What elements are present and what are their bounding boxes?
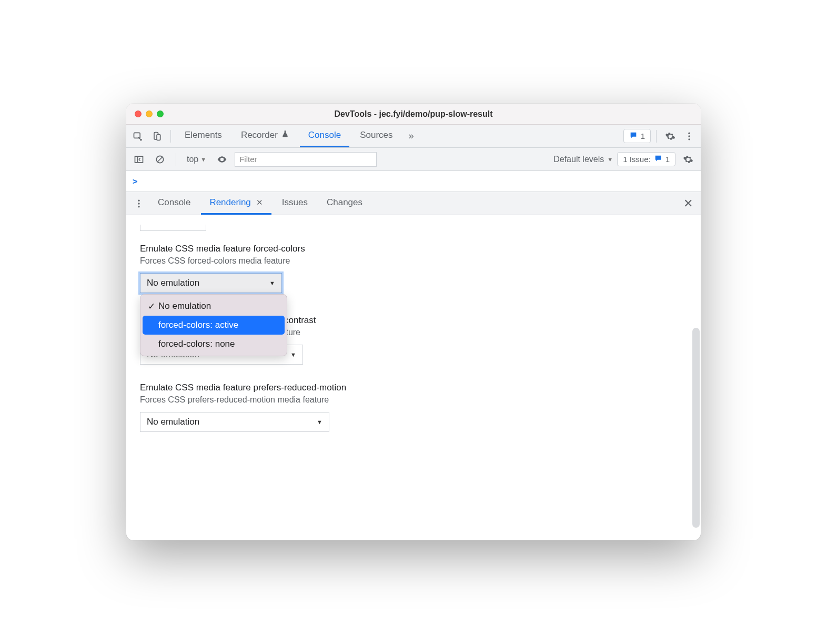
zoom-window-button[interactable]: [157, 110, 164, 117]
svg-point-3: [688, 132, 690, 134]
console-prompt-chevron: >: [133, 176, 138, 186]
window-title: DevTools - jec.fyi/demo/pup-slow-result: [126, 109, 701, 119]
console-settings-gear-icon[interactable]: [680, 151, 697, 168]
drawer-tab-rendering[interactable]: Rendering ✕: [201, 192, 271, 215]
svg-rect-2: [157, 134, 160, 140]
rendering-panel: Emulate CSS media feature forced-colors …: [126, 215, 701, 540]
close-window-button[interactable]: [135, 110, 142, 117]
setting-subtitle: Forces CSS prefers-reduced-motion media …: [140, 395, 687, 405]
previous-select-partial[interactable]: [140, 225, 206, 231]
caret-down-icon: ▼: [317, 419, 322, 425]
devtools-window: DevTools - jec.fyi/demo/pup-slow-result …: [126, 104, 701, 540]
separator: [656, 130, 657, 143]
setting-prefers-reduced-motion: Emulate CSS media feature prefers-reduce…: [140, 383, 687, 432]
drawer-close-icon[interactable]: ✕: [680, 195, 697, 212]
issues-counter-label: 1 Issue:: [623, 155, 651, 164]
tab-elements[interactable]: Elements: [176, 125, 230, 147]
forced-colors-select-value: No emulation: [147, 278, 199, 288]
tab-recorder[interactable]: Recorder: [233, 125, 298, 147]
dropdown-option-forced-colors-none[interactable]: ✓ forced-colors: none: [143, 335, 285, 354]
console-prompt-row[interactable]: >: [126, 171, 701, 192]
svg-point-8: [138, 199, 139, 201]
separator: [176, 153, 176, 166]
prefers-reduced-motion-select[interactable]: No emulation ▼: [140, 412, 329, 432]
devtools-main-toolbar: Elements Recorder Console Sources » 1: [126, 125, 701, 148]
drawer-tab-issues-label: Issues: [282, 197, 308, 208]
kebab-menu-icon[interactable]: [681, 128, 698, 145]
drawer-tab-changes-label: Changes: [327, 197, 362, 208]
tab-sources-label: Sources: [360, 130, 392, 140]
dropdown-option-label: forced-colors: none: [158, 339, 235, 349]
log-levels-dropdown[interactable]: Default levels ▼: [553, 155, 613, 164]
traffic-lights: [126, 110, 164, 117]
dropdown-option-forced-colors-active[interactable]: ✓ forced-colors: active: [143, 316, 285, 335]
prefers-reduced-motion-select-value: No emulation: [147, 417, 199, 427]
drawer-tab-issues[interactable]: Issues: [274, 192, 316, 215]
speech-bubble-icon: [629, 131, 638, 141]
context-selector[interactable]: top ▼: [184, 154, 209, 165]
tab-recorder-label: Recorder: [241, 130, 278, 140]
forced-colors-select[interactable]: No emulation ▼: [140, 273, 282, 293]
issues-badge[interactable]: 1: [623, 129, 651, 143]
log-levels-label: Default levels: [553, 155, 604, 164]
tab-elements-label: Elements: [185, 130, 222, 140]
settings-gear-icon[interactable]: [662, 128, 679, 145]
forced-colors-dropdown: ✓ No emulation ✓ forced-colors: active ✓…: [140, 294, 287, 356]
issues-counter-count: 1: [665, 155, 670, 164]
separator: [170, 130, 171, 143]
device-toolbar-icon[interactable]: [148, 128, 165, 145]
context-selector-label: top: [187, 155, 198, 164]
console-filter-input[interactable]: [235, 152, 377, 167]
scrollbar-thumb[interactable]: [692, 328, 700, 528]
drawer-panel-wrap: Emulate CSS media feature forced-colors …: [126, 215, 701, 540]
svg-point-9: [138, 203, 139, 204]
caret-down-icon: ▼: [290, 351, 296, 358]
speech-bubble-icon: [654, 154, 662, 164]
tab-sources[interactable]: Sources: [351, 125, 401, 147]
caret-down-icon: ▼: [607, 156, 613, 163]
console-sidebar-toggle-icon[interactable]: [130, 151, 147, 168]
setting-title: Emulate CSS media feature forced-colors: [140, 244, 687, 254]
setting-subtitle: Forces CSS forced-colors media feature: [140, 256, 687, 266]
caret-down-icon: ▼: [200, 156, 206, 163]
setting-title: Emulate CSS media feature prefers-reduce…: [140, 383, 687, 393]
clear-console-icon[interactable]: [152, 151, 168, 168]
minimize-window-button[interactable]: [146, 110, 153, 117]
console-subtoolbar: top ▼ Default levels ▼ 1 Issue: 1: [126, 148, 701, 171]
setting-forced-colors: Emulate CSS media feature forced-colors …: [140, 244, 687, 293]
drawer-tab-console[interactable]: Console: [149, 192, 199, 215]
svg-point-5: [688, 138, 690, 140]
svg-point-4: [688, 135, 690, 137]
tab-console-label: Console: [308, 130, 341, 140]
drawer-tabbar: Console Rendering ✕ Issues Changes ✕: [126, 192, 701, 215]
caret-down-icon: ▼: [269, 280, 275, 286]
window-titlebar: DevTools - jec.fyi/demo/pup-slow-result: [126, 104, 701, 125]
live-expression-eye-icon[interactable]: [214, 151, 230, 168]
close-tab-icon[interactable]: ✕: [256, 198, 263, 207]
dropdown-option-no-emulation[interactable]: ✓ No emulation: [143, 297, 285, 316]
drawer-tab-changes[interactable]: Changes: [318, 192, 371, 215]
inspect-element-icon[interactable]: [129, 128, 146, 145]
drawer-tab-console-label: Console: [158, 197, 190, 208]
svg-point-10: [138, 206, 139, 207]
issues-badge-count: 1: [641, 132, 645, 140]
flask-icon: [281, 130, 289, 141]
drawer-tab-rendering-label: Rendering: [209, 197, 250, 208]
svg-rect-0: [134, 133, 140, 138]
more-tabs-button[interactable]: »: [404, 130, 419, 142]
dropdown-option-label: forced-colors: active: [158, 320, 238, 330]
checkmark-icon: ✓: [148, 301, 156, 312]
issues-counter[interactable]: 1 Issue: 1: [617, 152, 675, 166]
tab-console[interactable]: Console: [300, 125, 349, 147]
dropdown-option-label: No emulation: [158, 301, 211, 311]
drawer-more-icon[interactable]: [130, 195, 147, 212]
